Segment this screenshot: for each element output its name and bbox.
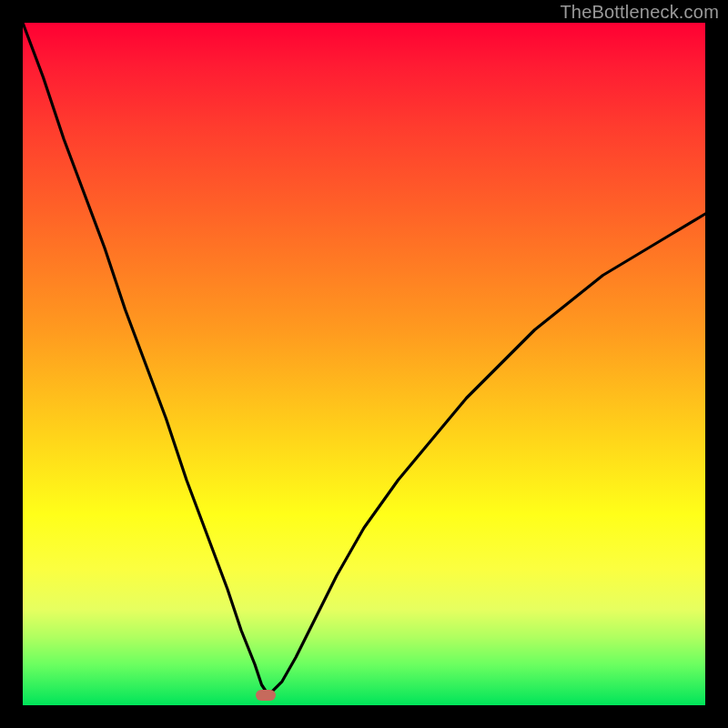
minimum-marker: [256, 690, 276, 701]
chart-frame: TheBottleneck.com: [0, 0, 728, 728]
watermark-text: TheBottleneck.com: [560, 2, 719, 23]
plot-area: [23, 23, 705, 705]
bottleneck-curve: [23, 23, 705, 705]
